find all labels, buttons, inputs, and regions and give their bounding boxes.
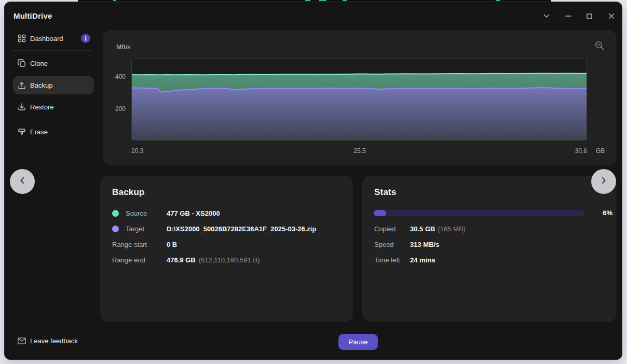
app-title: MultiDrive <box>13 11 52 20</box>
envelope-icon <box>18 338 26 344</box>
sidebar-item-dashboard[interactable]: Dashboard 1 <box>13 30 94 47</box>
sidebar-item-label: Restore <box>30 103 54 111</box>
range-end-value: 476.9 GB(512,110,190,591 B) <box>167 256 260 264</box>
backup-panel: Backup Source 477 GB - XS2000 Target D:\… <box>100 176 353 322</box>
target-row: Target D:\XS2000_50026B7282E36A1F_2025-0… <box>112 221 345 236</box>
sidebar-item-restore[interactable]: Restore <box>13 98 94 116</box>
chevron-down-icon <box>543 14 550 18</box>
progress-bar <box>374 210 584 216</box>
copied-note: (165 MB) <box>438 225 465 233</box>
erase-wiper-icon <box>18 128 26 136</box>
sidebar-item-label: Backup <box>30 81 52 89</box>
sidebar-item-erase[interactable]: Erase <box>13 123 94 141</box>
zoom-out-button[interactable] <box>593 40 606 53</box>
source-dot <box>112 210 119 217</box>
range-start-row: Range start 0 B <box>112 236 345 252</box>
time-left-value: 24 mins <box>410 256 435 264</box>
time-left-row: Time left 24 mins <box>374 252 608 268</box>
app-window: MultiDrive Dashboard 1 <box>4 2 622 360</box>
minimize-button[interactable] <box>562 9 575 23</box>
source-value: 477 GB - XS2000 <box>167 209 220 217</box>
background-pixel-artifact <box>113 0 116 1</box>
sidebar-divider <box>13 119 91 119</box>
y-tick-200: 200 <box>109 105 126 113</box>
leave-feedback-link[interactable]: Leave feedback <box>18 337 78 345</box>
x-axis-unit-label: GB <box>596 147 605 155</box>
next-page-button[interactable] <box>591 169 616 194</box>
pause-button[interactable]: Pause <box>338 334 378 350</box>
source-label: Source <box>126 209 147 217</box>
speed-area-chart <box>131 59 587 141</box>
sidebar-item-backup[interactable]: Backup <box>13 76 94 94</box>
copied-label: Copied <box>374 225 396 233</box>
copied-row: Copied 30.5 GB(165 MB) <box>374 221 608 236</box>
stats-panel-title: Stats <box>374 187 397 198</box>
restore-download-icon <box>18 103 26 111</box>
sidebar-item-label: Dashboard <box>30 35 63 43</box>
target-dot <box>112 226 119 232</box>
background-pixel-artifact <box>496 0 500 1</box>
zoom-out-icon <box>595 41 605 53</box>
target-label: Target <box>126 225 144 233</box>
speed-chart-svg <box>132 59 587 140</box>
background-pixel-artifact <box>343 0 347 1</box>
speed-chart-card: MB/s 400 200 20.3 25.5 30.6 GB <box>103 30 617 165</box>
collapse-window-button[interactable] <box>540 9 553 23</box>
progress-fill <box>374 210 386 216</box>
clone-copy-icon <box>18 59 26 67</box>
source-row: Source 477 GB - XS2000 <box>112 205 345 221</box>
range-end-row: Range end 476.9 GB(512,110,190,591 B) <box>112 252 345 268</box>
copied-value: 30.5 GB(165 MB) <box>410 225 466 233</box>
x-tick-mid: 25.5 <box>339 147 380 155</box>
progress-percent-label: 6% <box>589 209 612 217</box>
time-left-label: Time left <box>374 256 400 264</box>
x-tick-start: 20.3 <box>131 147 143 155</box>
target-value: D:\XS2000_50026B7282E36A1F_2025-03-26.zi… <box>167 225 316 233</box>
range-start-value: 0 B <box>167 241 177 248</box>
sidebar-item-label: Clone <box>30 60 48 67</box>
background-pixel-artifact <box>319 0 326 1</box>
minimize-icon <box>565 16 571 17</box>
backup-upload-icon <box>18 81 26 90</box>
close-button[interactable] <box>605 9 618 23</box>
maximize-button[interactable] <box>582 9 596 23</box>
close-icon <box>608 13 615 19</box>
y-tick-400: 400 <box>109 73 126 80</box>
range-start-label: Range start <box>112 241 147 248</box>
speed-label: Speed <box>374 241 394 248</box>
leave-feedback-label: Leave feedback <box>30 337 78 345</box>
speed-value: 313 MB/s <box>410 241 439 248</box>
range-end-bytes-note: (512,110,190,591 B) <box>199 256 260 264</box>
sidebar-item-clone[interactable]: Clone <box>13 54 94 72</box>
sidebar-divider <box>13 50 91 51</box>
maximize-icon <box>587 13 592 19</box>
dashboard-grid-icon <box>18 34 26 43</box>
background-pixel-artifact <box>305 0 310 1</box>
x-tick-end: 30.6 <box>561 147 587 155</box>
backup-panel-title: Backup <box>112 187 145 198</box>
prev-page-button[interactable] <box>10 169 35 194</box>
sidebar-item-label: Erase <box>30 128 48 136</box>
range-end-label: Range end <box>112 256 145 264</box>
stats-panel: Stats 6% Copied 30.5 GB(165 MB) Speed 31… <box>362 176 617 322</box>
speed-row: Speed 313 MB/s <box>374 236 608 252</box>
y-axis-unit-label: MB/s <box>116 44 130 51</box>
chevron-right-icon <box>600 177 607 186</box>
chevron-left-icon <box>19 177 26 186</box>
dashboard-badge: 1 <box>81 34 90 43</box>
